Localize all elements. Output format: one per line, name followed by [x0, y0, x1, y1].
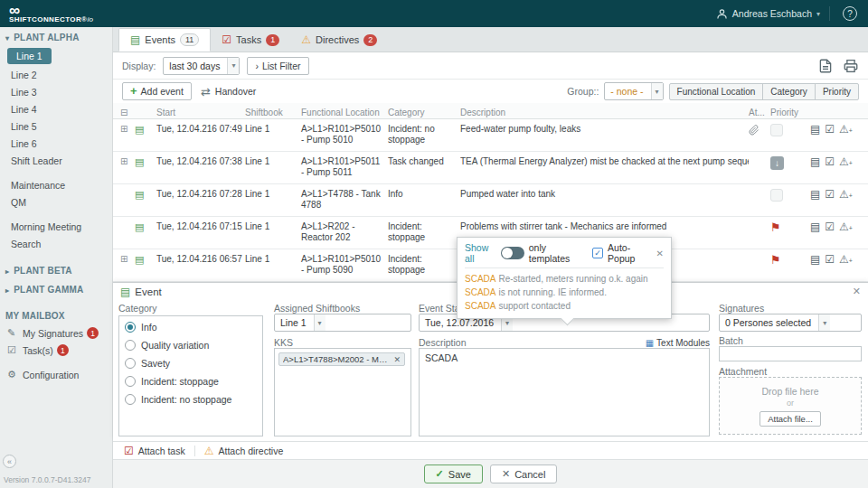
close-panel-icon[interactable]: ✕ [853, 286, 861, 297]
tab-events[interactable]: ▤ Events 11 [118, 28, 211, 52]
text-module-item[interactable]: SCADARe-started, meters running o.k. aga… [465, 272, 664, 286]
category-option-incident-no-stoppage[interactable]: Incident: no stoppage [119, 389, 262, 407]
event-note-icon[interactable]: ▤ [810, 254, 820, 266]
cancel-button[interactable]: ✕ Cancel [490, 465, 557, 483]
text-modules-button[interactable]: ▦ Text Modules [646, 338, 710, 348]
column-header-attachment[interactable]: At... [749, 103, 770, 118]
column-header-functional-location[interactable]: Functional Location [301, 103, 388, 118]
create-task-icon[interactable]: ☑ [825, 156, 835, 168]
priority-none-icon[interactable] [770, 189, 783, 202]
batch-input[interactable] [719, 346, 862, 361]
create-task-icon[interactable]: ☑ [825, 221, 835, 233]
save-button[interactable]: ✓ Save [424, 465, 483, 483]
category-option-info[interactable]: Info [119, 316, 262, 334]
event-note-icon[interactable]: ▤ [810, 221, 820, 233]
group-none-select[interactable]: - none - ▾ [604, 82, 663, 100]
text-module-item[interactable]: SCADAis not running. IE informed. [465, 286, 664, 299]
create-directive-icon[interactable]: ⚠ [839, 124, 849, 136]
priority-high-flag-icon[interactable]: ⚑ [770, 253, 781, 267]
expand-row-icon[interactable]: ⊞ [120, 156, 127, 166]
sidebar-item-line4[interactable]: Line 4 [0, 101, 112, 118]
version-label: Version 7.0.0.7-D41.3247 [4, 475, 90, 484]
chevron-down-icon: ▾ [314, 314, 326, 331]
sidebar-section-plant-alpha[interactable]: ▾ PLANT ALPHA [0, 27, 112, 46]
event-note-icon[interactable]: ▤ [810, 189, 820, 201]
sidebar-item-maintenance[interactable]: Maintenance [0, 177, 112, 194]
column-header-category[interactable]: Category [388, 103, 460, 118]
create-directive-icon[interactable]: ⚠ [839, 156, 849, 168]
sidebar-item-configuration[interactable]: ⚙ Configuration [0, 366, 112, 383]
column-header-description[interactable]: Description [460, 103, 749, 118]
attach-directive-button[interactable]: ⚠ Attach directive [204, 445, 284, 457]
group-by-functional-location-button[interactable]: Functional Location [669, 83, 764, 100]
table-row[interactable]: ⊞ ▤ Tue, 12.04.216 07:38 Line 1 A>L1>R10… [113, 152, 868, 184]
priority-none-icon[interactable] [770, 124, 783, 136]
sidebar-item-my-signatures[interactable]: ✎ My Signatures 1 [0, 324, 112, 342]
sidebar-item-line3[interactable]: Line 3 [0, 84, 112, 101]
sidebar-item-line5[interactable]: Line 5 [0, 118, 112, 136]
column-header-start[interactable]: Start [156, 103, 245, 118]
priority-low-icon[interactable]: ↓ [770, 156, 784, 170]
export-report-icon[interactable] [817, 58, 834, 74]
category-option-savety[interactable]: Savety [119, 352, 262, 371]
help-button[interactable]: ? [843, 6, 857, 21]
sidebar-item-shift-leader[interactable]: Shift Leader [0, 153, 112, 170]
event-note-icon[interactable]: ▤ [810, 124, 820, 136]
assigned-shiftbooks-select[interactable]: Line 1 ▾ [274, 314, 411, 332]
attach-file-button[interactable]: Attach file... [760, 411, 821, 427]
tab-directives[interactable]: ⚠ Directives 2 [290, 28, 388, 52]
sidebar-section-plant-gamma[interactable]: ▸ PLANT GAMMA [0, 279, 112, 298]
expand-row-icon[interactable]: ⊞ [120, 124, 127, 134]
sidebar-item-tasks[interactable]: ☑ Task(s) 1 [0, 342, 112, 359]
templates-toggle[interactable] [501, 247, 524, 259]
create-directive-icon[interactable]: ⚠ [839, 254, 849, 266]
category-option-quality-variation[interactable]: Quality variation [119, 334, 262, 352]
paperclip-attachment-icon[interactable] [749, 128, 760, 138]
column-header-shiftbook[interactable]: Shiftbook [245, 103, 301, 118]
module-keyword: SCADA [465, 301, 495, 311]
column-header-priority[interactable]: Priority [770, 103, 810, 118]
category-option-incident-stoppage[interactable]: Incident: stoppage [119, 371, 262, 389]
attach-task-checkbox[interactable]: ☑ Attach task [124, 445, 185, 457]
group-by-category-button[interactable]: Category [762, 83, 816, 100]
sidebar-item-morning-meeting[interactable]: Morning Meeting [0, 219, 112, 236]
signatures-select[interactable]: 0 Persones selected ▾ [719, 314, 862, 332]
user-menu[interactable]: Andreas Eschbach ▾ [716, 8, 820, 20]
table-row[interactable]: ⊞ ▤ Tue, 12.04.216 07:49 Line 1 A>L1>R10… [113, 119, 868, 152]
sidebar-item-search[interactable]: Search [0, 236, 112, 253]
add-event-button[interactable]: + Add event [122, 82, 192, 100]
date-range-select[interactable]: last 30 days ▾ [163, 57, 240, 75]
list-filter-button[interactable]: › List Filter [247, 57, 308, 75]
create-directive-icon[interactable]: ⚠ [839, 189, 849, 201]
expand-row-icon[interactable]: ⊞ [120, 254, 127, 264]
create-task-icon[interactable]: ☑ [825, 124, 835, 136]
sidebar-collapse-button[interactable]: « [3, 455, 16, 468]
save-label: Save [448, 469, 471, 480]
close-popup-icon[interactable]: ✕ [656, 249, 664, 258]
auto-popup-checkbox[interactable]: ✓ [592, 248, 603, 258]
show-all-link[interactable]: Show all [465, 242, 496, 264]
print-icon[interactable] [843, 58, 859, 74]
sidebar-section-plant-beta[interactable]: ▸ PLANT BETA [0, 260, 112, 279]
kks-box[interactable]: A>L1>T4788>M2002 - Musterzug 20... ✕ [274, 348, 411, 436]
sidebar-item-line6[interactable]: Line 6 [0, 136, 112, 153]
remove-chip-icon[interactable]: ✕ [393, 355, 401, 364]
sidebar-item-qm[interactable]: QM [0, 194, 112, 211]
group-by-priority-button[interactable]: Priority [815, 83, 859, 100]
description-textarea[interactable]: SCADA [419, 348, 710, 436]
collapse-all-icon[interactable]: ⊟ [120, 108, 127, 117]
create-task-icon[interactable]: ☑ [825, 254, 835, 266]
sidebar-item-line2[interactable]: Line 2 [0, 67, 112, 84]
sidebar-item-line1-selected[interactable]: Line 1 [7, 48, 52, 64]
file-dropzone[interactable]: Drop file here or Attach file... [719, 377, 862, 435]
handover-button[interactable]: ⇄ Handover [201, 85, 256, 99]
event-note-icon[interactable]: ▤ [810, 156, 820, 168]
text-module-item[interactable]: SCADAsupport contacted [465, 299, 664, 313]
tab-tasks[interactable]: ☑ Tasks 1 [211, 28, 290, 52]
table-row[interactable]: ▤ Tue, 12.04.216 07:28 Line 1 A>L1>T4788… [113, 184, 868, 217]
create-task-icon[interactable]: ☑ [825, 189, 835, 201]
priority-high-flag-icon[interactable]: ⚑ [770, 221, 781, 234]
create-directive-icon[interactable]: ⚠ [839, 221, 849, 233]
cell-functional-location: A>L1>R202 - Reactor 202 [301, 217, 388, 243]
kks-chip[interactable]: A>L1>T4788>M2002 - Musterzug 20... ✕ [278, 352, 405, 366]
